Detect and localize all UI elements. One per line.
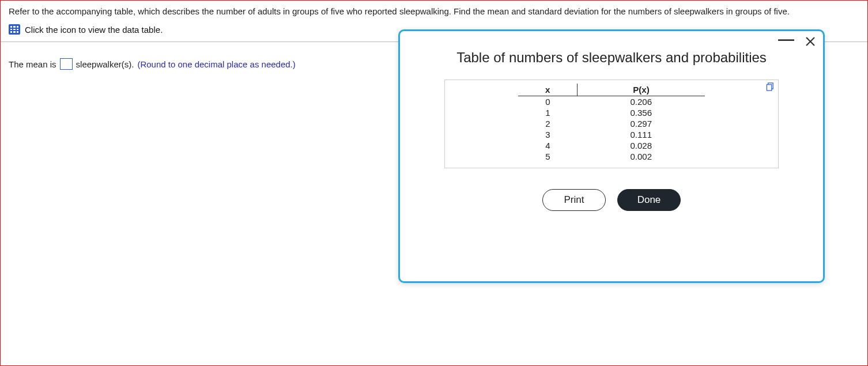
cell-x: 2: [518, 118, 578, 129]
cell-x: 0: [518, 96, 578, 108]
close-button[interactable]: [805, 36, 816, 49]
cell-x: 1: [518, 107, 578, 118]
table-header-row: x P(x): [518, 84, 705, 96]
table-row: 3 0.111: [518, 129, 705, 140]
table-row: 2 0.297: [518, 118, 705, 129]
data-table-dialog: — Table of numbers of sleepwalkers and p…: [398, 29, 825, 283]
table-icon: [9, 24, 20, 35]
copy-icon: [766, 82, 775, 91]
view-data-label: Click the icon to view the data table.: [25, 25, 163, 35]
table-row: 0 0.206: [518, 96, 705, 108]
cell-px: 0.206: [578, 96, 705, 108]
copy-button[interactable]: [766, 82, 775, 93]
cell-x: 3: [518, 129, 578, 140]
mean-input[interactable]: [60, 58, 73, 70]
dialog-title: Table of numbers of sleepwalkers and pro…: [416, 50, 807, 66]
print-button[interactable]: Print: [542, 189, 606, 211]
answer-prefix: The mean is: [9, 59, 56, 69]
table-row: 4 0.028: [518, 140, 705, 151]
dialog-window-controls: —: [778, 36, 816, 49]
data-table-wrapper: x P(x) 0 0.206 1 0.356 2 0.297: [444, 80, 779, 168]
close-icon: [805, 36, 816, 47]
question-text: Refer to the accompanying table, which d…: [1, 1, 867, 20]
cell-x: 4: [518, 140, 578, 151]
answer-suffix: sleepwalker(s).: [76, 59, 134, 69]
dialog-button-row: Print Done: [410, 189, 813, 211]
cell-px: 0.297: [578, 118, 705, 129]
cell-px: 0.111: [578, 129, 705, 140]
answer-hint: (Round to one decimal place as needed.): [137, 59, 295, 69]
header-px: P(x): [578, 84, 705, 96]
cell-px: 0.028: [578, 140, 705, 151]
cell-px: 0.002: [578, 151, 705, 162]
question-container: Refer to the accompanying table, which d…: [0, 0, 868, 366]
svg-rect-3: [767, 85, 771, 90]
header-x: x: [518, 84, 578, 96]
table-row: 5 0.002: [518, 151, 705, 162]
done-button[interactable]: Done: [617, 189, 681, 211]
probability-table: x P(x) 0 0.206 1 0.356 2 0.297: [518, 84, 705, 162]
cell-px: 0.356: [578, 107, 705, 118]
table-row: 1 0.356: [518, 107, 705, 118]
cell-x: 5: [518, 151, 578, 162]
minimize-button[interactable]: —: [778, 36, 794, 42]
